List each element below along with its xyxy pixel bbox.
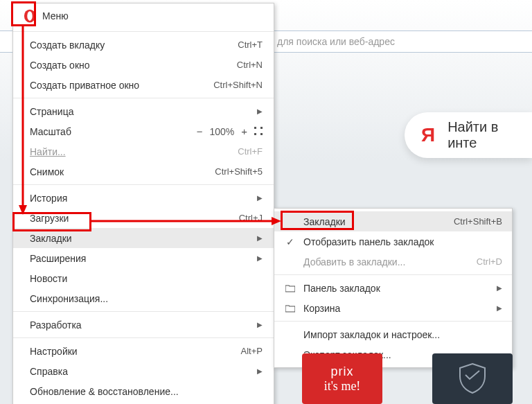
menu-item-new-window[interactable]: Создать окно Ctrl+N — [13, 55, 274, 75]
menu-item-history[interactable]: История ▶ — [13, 188, 274, 208]
submenu-item-import[interactable]: Импорт закладок и настроек... — [274, 324, 512, 344]
menu-item-new-private[interactable]: Создать приватное окно Ctrl+Shift+N — [13, 75, 274, 95]
chevron-right-icon: ▶ — [257, 194, 263, 202]
chevron-right-icon: ▶ — [497, 304, 502, 312]
chevron-right-icon: ▶ — [497, 284, 502, 292]
menu-item-bookmarks[interactable]: Закладки ▶ — [13, 228, 274, 248]
submenu-item-add: Добавить в закладки... Ctrl+D — [274, 252, 512, 272]
separator — [13, 337, 274, 338]
separator — [13, 184, 274, 185]
menu-item-update[interactable]: Обновление & восстановление... — [13, 381, 274, 401]
svg-rect-3 — [260, 127, 263, 129]
opera-icon — [23, 9, 37, 23]
menu-item-find: Найти... Ctrl+F — [13, 141, 274, 161]
menu-item-downloads[interactable]: Загрузки Ctrl+J — [13, 208, 274, 228]
submenu-item-bar-folder[interactable]: Панель закладок ▶ — [274, 278, 512, 298]
check-icon: ✓ — [284, 236, 296, 247]
fullscreen-icon[interactable] — [254, 126, 263, 137]
menu-item-news[interactable]: Новости — [13, 268, 274, 288]
separator — [13, 98, 274, 98]
menu-item-snapshot[interactable]: Снимок Ctrl+Shift+5 — [13, 161, 274, 182]
submenu-item-show-bar[interactable]: ✓ Отобразить панель закладок — [274, 231, 512, 252]
chevron-right-icon: ▶ — [257, 254, 263, 262]
chevron-right-icon: ▶ — [257, 107, 263, 115]
bookmarks-submenu: Закладки Ctrl+Shift+B ✓ Отобразить панел… — [274, 208, 513, 368]
menu-item-new-tab[interactable]: Создать вкладку Ctrl+T — [13, 35, 274, 55]
folder-icon — [284, 284, 296, 292]
svg-rect-5 — [260, 133, 263, 135]
separator — [274, 274, 512, 275]
folder-icon — [284, 304, 296, 313]
speed-dial-tile-prix[interactable]: prix it's me! — [302, 353, 382, 404]
menu-title: Меню — [42, 10, 69, 21]
menu-item-extensions[interactable]: Расширения ▶ — [13, 248, 274, 268]
zoom-value: 100% — [209, 126, 234, 137]
menu-item-dev[interactable]: Разработка ▶ — [13, 315, 274, 335]
chevron-right-icon: ▶ — [257, 234, 263, 242]
zoom-controls: − 100% + — [193, 125, 263, 137]
yandex-search-pill[interactable]: Я Найти в инте — [405, 112, 532, 158]
separator — [13, 311, 274, 312]
yandex-logo: Я — [421, 124, 435, 146]
svg-rect-2 — [254, 127, 256, 129]
menu-item-help[interactable]: Справка ▶ — [13, 361, 274, 381]
main-menu: Меню Создать вкладку Ctrl+T Создать окно… — [12, 3, 274, 404]
menu-item-page[interactable]: Страница ▶ — [13, 101, 274, 121]
separator — [13, 31, 274, 32]
chevron-right-icon: ▶ — [257, 367, 263, 375]
zoom-out-button[interactable]: − — [193, 125, 207, 137]
submenu-item-trash[interactable]: Корзина ▶ — [274, 298, 512, 318]
shield-icon — [456, 361, 489, 396]
submenu-item-bookmarks[interactable]: Закладки Ctrl+Shift+B — [274, 211, 512, 231]
separator — [274, 321, 512, 322]
address-bar-placeholder: для поиска или веб-адрес — [277, 36, 395, 47]
menu-item-zoom[interactable]: Масштаб − 100% + — [13, 121, 274, 141]
menu-item-sync[interactable]: Синхронизация... — [13, 288, 274, 308]
menu-header[interactable]: Меню — [13, 3, 274, 28]
svg-rect-4 — [254, 133, 256, 135]
speed-dial-tile-shield[interactable] — [432, 353, 513, 404]
zoom-in-button[interactable]: + — [237, 125, 251, 137]
yandex-search-text: Найти в инте — [447, 119, 515, 151]
menu-item-settings[interactable]: Настройки Alt+P — [13, 341, 274, 361]
chevron-right-icon: ▶ — [257, 321, 263, 328]
svg-point-1 — [27, 11, 33, 21]
